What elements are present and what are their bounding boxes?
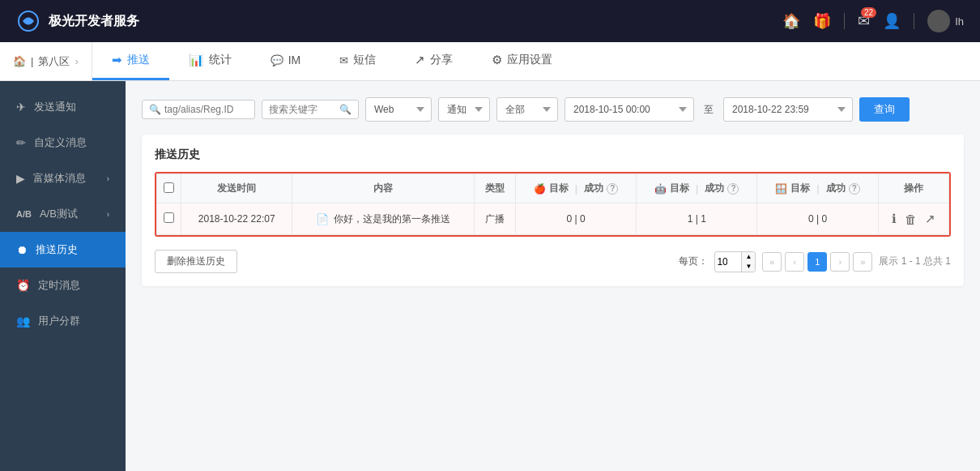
- home-icon[interactable]: 🏠: [782, 12, 800, 30]
- select-all-checkbox[interactable]: [164, 182, 174, 193]
- sidebar-item-push-history[interactable]: ⏺ 推送历史: [0, 232, 126, 268]
- send-notice-label: 发送通知: [34, 100, 76, 114]
- breadcrumb-home-icon[interactable]: 🏠: [13, 55, 26, 67]
- keyword-search-input[interactable]: [269, 104, 339, 115]
- tab-sms[interactable]: ✉ 短信: [320, 42, 395, 80]
- gift-icon[interactable]: 🎁: [813, 12, 831, 30]
- sidebar-item-scheduled-msg[interactable]: ⏰ 定时消息: [0, 268, 126, 303]
- total-info: 展示 1 - 1 总共 1: [879, 255, 951, 268]
- last-page-button[interactable]: »: [853, 252, 872, 272]
- sidebar-item-send-notice[interactable]: ✈ 发送通知: [0, 89, 126, 125]
- row-type: 广播: [475, 203, 515, 235]
- row-win-stats: 0 | 0: [757, 203, 878, 235]
- filter-row: 🔍 🔍 Web iOS Android 通知 消息 全部 广播 自定义: [142, 97, 964, 122]
- type-select[interactable]: 通知 消息: [438, 97, 490, 122]
- user-group-icon: 👥: [16, 315, 30, 328]
- sidebar-item-rich-media[interactable]: ▶ 富媒体消息 ›: [0, 161, 126, 196]
- divider: [844, 13, 845, 29]
- tag-search-input[interactable]: [164, 104, 248, 115]
- custom-msg-icon: ✏: [16, 136, 26, 149]
- main-content: 🔍 🔍 Web iOS Android 通知 消息 全部 广播 自定义: [126, 81, 980, 471]
- android-help-icon[interactable]: ?: [727, 183, 739, 195]
- settings-tab-label: 应用设置: [507, 53, 552, 67]
- delete-history-button[interactable]: 删除推送历史: [155, 250, 237, 273]
- header-android-platform: 🤖 目标 | 成功 ?: [637, 174, 757, 203]
- date-to-select[interactable]: 2018-10-22 23:59: [723, 97, 853, 122]
- range-select[interactable]: 全部 广播 自定义: [496, 97, 558, 122]
- rich-media-left: ▶ 富媒体消息: [16, 171, 86, 186]
- rich-media-icon: ▶: [16, 172, 25, 185]
- logo: 极光开发者服务: [16, 9, 139, 33]
- user-icon[interactable]: 👤: [883, 12, 901, 30]
- header-win-success: 成功: [826, 182, 846, 195]
- header-apple-target: 目标: [549, 182, 569, 195]
- mail-badge: 22: [861, 7, 876, 18]
- sidebar-item-custom-msg[interactable]: ✏ 自定义消息: [0, 125, 126, 161]
- sidebar-item-ab-test[interactable]: A/B A/B测试 ›: [0, 196, 126, 232]
- info-action-icon[interactable]: ℹ: [892, 212, 897, 226]
- logo-icon: [16, 9, 40, 33]
- android-icon: 🤖: [654, 183, 667, 195]
- win-help-icon[interactable]: ?: [849, 183, 860, 195]
- divider2: [914, 13, 914, 29]
- table-header-row: 发送时间 内容 类型 🍎 目标: [157, 174, 949, 203]
- share-tab-icon: ↗: [415, 53, 425, 67]
- apple-help-icon[interactable]: ?: [607, 183, 618, 195]
- ab-test-label: A/B测试: [40, 207, 78, 221]
- tag-search-icon: 🔍: [149, 104, 161, 115]
- row-actions: ℹ 🗑 ↗: [878, 203, 948, 235]
- sms-tab-label: 短信: [353, 53, 376, 67]
- tab-share[interactable]: ↗ 分享: [395, 42, 472, 80]
- header-content: 内容: [292, 174, 475, 203]
- row-apple-stats: 0 | 0: [515, 203, 636, 235]
- push-history-label: 推送历史: [36, 242, 78, 257]
- page-nav: « ‹ 1 › »: [762, 252, 872, 272]
- spinbox-down[interactable]: ▼: [742, 262, 755, 272]
- header-windows-platform: 🪟 目标 | 成功 ?: [757, 174, 878, 203]
- spinbox-up[interactable]: ▲: [742, 252, 755, 262]
- mail-icon[interactable]: ✉ 22: [858, 12, 870, 30]
- tab-push[interactable]: ➡ 推送: [92, 42, 169, 80]
- table-wrapper: 发送时间 内容 类型 🍎 目标: [155, 172, 951, 237]
- header-right: 🏠 🎁 ✉ 22 👤 Ih: [782, 10, 964, 32]
- tab-settings[interactable]: ⚙ 应用设置: [472, 42, 572, 80]
- first-page-button[interactable]: «: [762, 252, 782, 272]
- stats-tab-label: 统计: [209, 53, 232, 67]
- header-android-success: 成功: [705, 182, 724, 195]
- delete-action-icon[interactable]: 🗑: [905, 212, 917, 226]
- per-page-label: 每页：: [679, 255, 708, 268]
- tag-search-box: 🔍: [142, 100, 255, 119]
- username-area[interactable]: Ih: [927, 10, 964, 32]
- breadcrumb-section: 第八区: [38, 54, 70, 69]
- push-tab-icon: ➡: [112, 53, 122, 67]
- tab-stats[interactable]: 📊 统计: [169, 42, 251, 80]
- query-button[interactable]: 查询: [859, 97, 910, 122]
- next-page-button[interactable]: ›: [830, 252, 850, 272]
- username: Ih: [955, 15, 964, 28]
- current-page-button[interactable]: 1: [807, 252, 827, 272]
- header: 极光开发者服务 🏠 🎁 ✉ 22 👤 Ih: [0, 0, 980, 42]
- layout: ✈ 发送通知 ✏ 自定义消息 ▶ 富媒体消息 › A/B A/B测试 › ⏺ 推…: [0, 81, 980, 471]
- scheduled-msg-label: 定时消息: [38, 278, 80, 293]
- ab-test-arrow: ›: [107, 210, 109, 219]
- date-from-select[interactable]: 2018-10-15 00:00: [565, 97, 694, 122]
- nav-bar: 🏠 | 第八区 › ➡ 推送 📊 统计 💬 IM ✉ 短信 ↗ 分享 ⚙ 应用设…: [0, 42, 980, 81]
- logo-text: 极光开发者服务: [49, 13, 139, 30]
- tab-im[interactable]: 💬 IM: [251, 42, 321, 80]
- zhi-label: 至: [701, 103, 717, 117]
- breadcrumb: 🏠 | 第八区 ›: [0, 42, 92, 80]
- header-apple-success: 成功: [584, 182, 603, 195]
- per-page-spinbox[interactable]: 10 ▲ ▼: [714, 251, 756, 272]
- table-section: 推送历史 发送时间 内容: [142, 135, 964, 286]
- doc-icon: 📄: [316, 213, 329, 225]
- header-type: 类型: [475, 174, 515, 203]
- row-checkbox[interactable]: [164, 212, 174, 223]
- per-page-input[interactable]: 10: [715, 253, 741, 271]
- platform-select[interactable]: Web iOS Android: [365, 97, 432, 122]
- external-link-action-icon[interactable]: ↗: [925, 212, 935, 226]
- row-checkbox-cell: [157, 203, 181, 235]
- custom-msg-label: 自定义消息: [34, 135, 87, 150]
- prev-page-button[interactable]: ‹: [785, 252, 804, 272]
- sidebar-item-user-group[interactable]: 👥 用户分群: [0, 303, 126, 339]
- avatar: [927, 10, 950, 32]
